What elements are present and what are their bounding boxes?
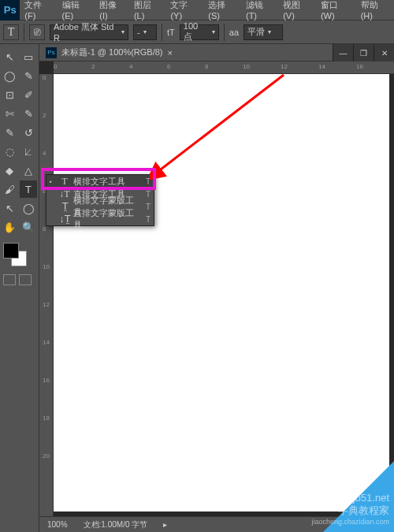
type-tool-flyout: ▪ T 横排文字工具 T ↓T 直排文字工具 T T̤ 横排文字蒙版工具 T ↓… — [46, 174, 154, 226]
divider — [224, 24, 225, 41]
document-titlebar: Ps 未标题-1 @ 100%(RGB/8) × — ❐ ✕ — [39, 44, 394, 61]
menu-file[interactable]: 文件(F) — [20, 0, 57, 20]
font-style-select[interactable]: - ▾ — [133, 24, 157, 40]
screen-mode-mask[interactable] — [19, 274, 32, 285]
flyout-shortcut: T — [146, 203, 151, 211]
ruler-tick: 12 — [281, 63, 288, 70]
status-doc-info[interactable]: 文档:1.00M/0 字节 — [84, 519, 148, 530]
flyout-shortcut: T — [146, 177, 151, 186]
ruler-tick: 8 — [43, 225, 46, 233]
workspace: ↖▭ ◯✎ ⊡✐ ✄✎ ✎↺ ◌⟀ ◆△ 🖌T ↖◯ ✋🔍 Ps 未标题-1 @… — [0, 44, 394, 532]
marquee-tool[interactable]: ▭ — [20, 48, 37, 65]
font-size-select[interactable]: 100 点 ▾ — [180, 24, 219, 40]
font-family-value: Adobe 黑体 Std R — [54, 21, 118, 43]
menubar: Ps 文件(F) 编辑(E) 图像(I) 图层(L) 文字(Y) 选择(S) 滤… — [0, 0, 394, 20]
menu-window[interactable]: 窗口(W) — [316, 0, 356, 20]
blur-tool[interactable]: ◆ — [1, 162, 18, 179]
ruler-tick: 0 — [54, 63, 57, 70]
chevron-down-icon: ▾ — [121, 28, 125, 35]
window-maximize-button[interactable]: ❐ — [353, 44, 374, 61]
ruler-tick: 14 — [43, 339, 50, 346]
menu-edit[interactable]: 编辑(E) — [58, 0, 95, 20]
ruler-horizontal[interactable]: 0 2 4 6 8 10 12 14 16 — [54, 61, 394, 74]
ruler-tick: 0 — [43, 74, 46, 81]
flyout-vertical-type-mask[interactable]: ↓T̤ 直排文字蒙版工具 T — [46, 213, 154, 225]
toolbar: ↖▭ ◯✎ ⊡✐ ✄✎ ✎↺ ◌⟀ ◆△ 🖌T ↖◯ ✋🔍 — [0, 44, 39, 532]
tab-close-button[interactable]: × — [168, 48, 173, 58]
screen-mode-standard[interactable] — [3, 274, 16, 285]
pen-tool[interactable]: 🖌 — [1, 180, 18, 198]
chevron-down-icon: ▾ — [143, 28, 147, 35]
zoom-tool[interactable]: 🔍 — [20, 218, 37, 236]
flyout-label: 直排文字蒙版工具 — [73, 207, 143, 231]
chevron-down-icon: ▾ — [268, 28, 271, 35]
ruler-tick: 10 — [43, 263, 50, 270]
current-tool-indicator[interactable]: T — [3, 24, 19, 40]
canvas-wrap: 0 2 4 6 8 10 12 14 16 0 2 4 6 8 10 12 14… — [39, 61, 394, 516]
path-select-tool[interactable]: ↖ — [1, 199, 18, 217]
color-swatches[interactable] — [3, 243, 35, 270]
ruler-tick: 16 — [43, 377, 50, 384]
watermark-url: jiaocheng.chazidian.com — [311, 518, 389, 527]
ps-badge-icon: Ps — [46, 47, 57, 58]
type-tool[interactable]: T — [20, 180, 37, 198]
menu-image[interactable]: 图像(I) — [95, 0, 129, 20]
dodge-tool[interactable]: △ — [20, 162, 37, 179]
type-icon: T — [59, 176, 70, 188]
flyout-label: 横排文字工具 — [73, 176, 143, 188]
font-size-value: 100 点 — [184, 21, 209, 43]
hand-tool[interactable]: ✋ — [1, 218, 18, 236]
document-area: Ps 未标题-1 @ 100%(RGB/8) × — ❐ ✕ 0 2 4 6 8… — [39, 44, 394, 532]
stamp-tool[interactable]: ✎ — [1, 124, 18, 141]
vertical-type-mask-icon: ↓T̤ — [59, 214, 70, 225]
canvas[interactable] — [54, 74, 389, 512]
window-close-button[interactable]: ✕ — [374, 44, 394, 61]
font-style-value: - — [137, 28, 140, 37]
ruler-vertical[interactable]: 0 2 4 6 8 10 12 14 16 18 20 — [39, 74, 54, 516]
ruler-tick: 2 — [43, 112, 46, 119]
crop-tool[interactable]: ⊡ — [1, 86, 18, 103]
history-brush-tool[interactable]: ↺ — [20, 124, 37, 141]
status-chevron-icon[interactable]: ▸ — [163, 520, 167, 529]
menu-view[interactable]: 视图(V) — [278, 0, 316, 20]
type-mask-icon: T̤ — [59, 201, 70, 213]
quick-select-tool[interactable]: ✎ — [20, 67, 37, 84]
ps-logo: Ps — [0, 0, 20, 20]
menu-select[interactable]: 选择(S) — [203, 0, 241, 20]
anti-alias-select[interactable]: 平滑 ▾ — [243, 24, 283, 40]
text-orientation-button[interactable]: ⎚ — [29, 24, 45, 40]
heal-tool[interactable]: ✄ — [1, 105, 18, 122]
menu-type[interactable]: 文字(Y) — [165, 0, 203, 20]
eraser-tool[interactable]: ◌ — [1, 143, 18, 160]
ruler-tick: 12 — [43, 301, 50, 308]
ruler-tick: 8 — [205, 63, 208, 70]
divider — [24, 24, 24, 41]
menu-help[interactable]: 帮助(H) — [356, 0, 394, 20]
shape-tool[interactable]: ◯ — [20, 199, 37, 217]
ruler-tick: 6 — [167, 63, 170, 70]
font-family-select[interactable]: Adobe 黑体 Std R ▾ — [50, 24, 128, 40]
lasso-tool[interactable]: ◯ — [1, 67, 18, 84]
check-icon: ▪ — [50, 178, 56, 185]
divider — [162, 24, 162, 41]
flyout-shortcut: T — [146, 215, 151, 224]
move-tool[interactable]: ↖ — [1, 48, 18, 65]
watermark-site: jb51.net — [311, 492, 389, 505]
anti-alias-value: 平滑 — [247, 26, 265, 38]
flyout-shortcut: T — [146, 190, 151, 199]
font-size-icon: tT — [167, 28, 175, 37]
ruler-tick: 4 — [129, 63, 132, 70]
ruler-tick: 10 — [243, 63, 250, 70]
zoom-level[interactable]: 100% — [47, 520, 68, 529]
vertical-type-icon: ↓T — [59, 188, 70, 200]
menu-filter[interactable]: 滤镜(T) — [241, 0, 278, 20]
eyedropper-tool[interactable]: ✐ — [20, 86, 37, 103]
gradient-tool[interactable]: ⟀ — [20, 143, 37, 160]
foreground-color-swatch[interactable] — [3, 243, 19, 259]
brush-tool[interactable]: ✎ — [20, 105, 37, 122]
window-minimize-button[interactable]: — — [333, 44, 353, 61]
menu-layer[interactable]: 图层(L) — [129, 0, 166, 20]
ruler-tick: 4 — [43, 150, 46, 157]
flyout-horizontal-type[interactable]: ▪ T 横排文字工具 T — [46, 175, 154, 188]
options-bar: T ⎚ Adobe 黑体 Std R ▾ - ▾ tT 100 点 ▾ aa 平… — [0, 20, 394, 44]
